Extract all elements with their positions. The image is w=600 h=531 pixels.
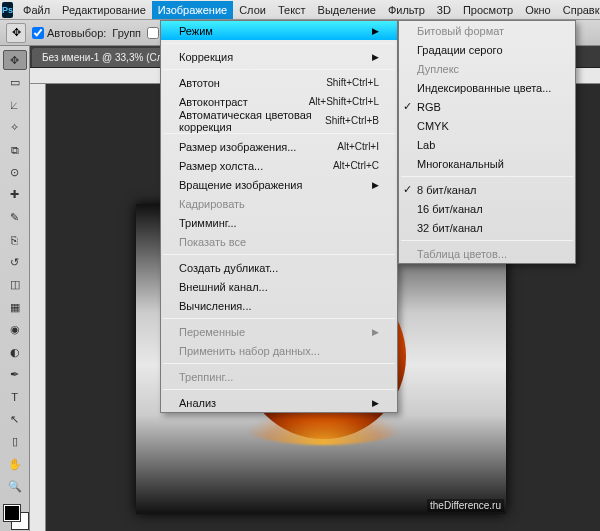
tool-pen[interactable]: ✒: [3, 364, 27, 384]
menu-item-shortcut: Alt+Ctrl+C: [333, 160, 379, 171]
menu-item-label: Автотон: [179, 77, 220, 89]
menu-edit[interactable]: Редактирование: [56, 1, 152, 19]
menu-help[interactable]: Справка: [557, 1, 600, 19]
menu-separator: [401, 240, 573, 241]
menu-separator: [163, 318, 395, 319]
tool-brush[interactable]: ✎: [3, 207, 27, 227]
tool-gradient[interactable]: ▦: [3, 297, 27, 317]
tool-type[interactable]: T: [3, 387, 27, 407]
menu-item-label: Создать дубликат...: [179, 262, 278, 274]
mode-submenu-item[interactable]: Многоканальный: [399, 154, 575, 173]
tool-zoom[interactable]: 🔍: [3, 477, 27, 497]
mode-submenu-item[interactable]: CMYK: [399, 116, 575, 135]
auto-select-input[interactable]: [32, 27, 44, 39]
menu-item-label: Показать все: [179, 236, 246, 248]
image-menu-item: Переменные▶: [161, 322, 397, 341]
menu-layers[interactable]: Слои: [233, 1, 272, 19]
auto-select-checkbox[interactable]: Автовыбор:: [32, 27, 106, 39]
menu-item-label: CMYK: [417, 120, 449, 132]
menu-separator: [163, 133, 395, 134]
image-menu-item[interactable]: Коррекция▶: [161, 47, 397, 66]
tool-history-brush[interactable]: ↺: [3, 252, 27, 272]
menu-item-label: Автоматическая цветовая коррекция: [179, 109, 325, 133]
image-menu-item[interactable]: Вычисления...: [161, 296, 397, 315]
menu-item-label: Размер холста...: [179, 160, 263, 172]
mode-submenu-item[interactable]: 8 бит/канал: [399, 180, 575, 199]
menu-item-label: Применить набор данных...: [179, 345, 320, 357]
menu-image[interactable]: Изображение: [152, 1, 233, 19]
tool-blur[interactable]: ◉: [3, 319, 27, 339]
image-menu-item: Показать все: [161, 232, 397, 251]
menu-text[interactable]: Текст: [272, 1, 312, 19]
tool-stamp[interactable]: ⎘: [3, 230, 27, 250]
mode-submenu-item[interactable]: RGB: [399, 97, 575, 116]
show-transform-input[interactable]: [147, 27, 159, 39]
tool-lasso[interactable]: ⟀: [3, 95, 27, 115]
menubar: Ps Файл Редактирование Изображение Слои …: [0, 0, 600, 20]
menu-separator: [163, 254, 395, 255]
menu-item-label: Треппинг...: [179, 371, 233, 383]
menu-item-label: Автоконтраст: [179, 96, 248, 108]
mode-submenu-item[interactable]: Lab: [399, 135, 575, 154]
image-menu-item[interactable]: Размер холста...Alt+Ctrl+C: [161, 156, 397, 175]
tool-eraser[interactable]: ◫: [3, 275, 27, 295]
menu-select[interactable]: Выделение: [312, 1, 382, 19]
mode-submenu-item[interactable]: Градации серого: [399, 40, 575, 59]
submenu-arrow-icon: ▶: [372, 26, 379, 36]
toolbox: ✥ ▭ ⟀ ✧ ⧉ ⊙ ✚ ✎ ⎘ ↺ ◫ ▦ ◉ ◐ ✒ T ↖ ▯ ✋ 🔍: [0, 46, 30, 531]
menu-file[interactable]: Файл: [17, 1, 56, 19]
image-menu-item: Треппинг...: [161, 367, 397, 386]
menu-3d[interactable]: 3D: [431, 1, 457, 19]
image-menu-item[interactable]: Внешний канал...: [161, 277, 397, 296]
tool-shape[interactable]: ▯: [3, 432, 27, 452]
tool-marquee[interactable]: ▭: [3, 72, 27, 92]
image-menu-item[interactable]: Создать дубликат...: [161, 258, 397, 277]
foreground-color-swatch[interactable]: [4, 505, 20, 521]
group-dropdown-label[interactable]: Групп: [112, 27, 141, 39]
menu-item-label: Таблица цветов...: [417, 248, 507, 260]
image-menu-item[interactable]: Анализ▶: [161, 393, 397, 412]
image-menu-item[interactable]: Режим▶: [161, 21, 397, 40]
tool-heal[interactable]: ✚: [3, 185, 27, 205]
tool-path[interactable]: ↖: [3, 409, 27, 429]
image-menu-item[interactable]: Автоматическая цветовая коррекцияShift+C…: [161, 111, 397, 130]
menu-separator: [401, 176, 573, 177]
menu-item-label: Дуплекс: [417, 63, 459, 75]
image-menu-item[interactable]: АвтотонShift+Ctrl+L: [161, 73, 397, 92]
menu-separator: [163, 389, 395, 390]
mode-submenu-item[interactable]: 16 бит/канал: [399, 199, 575, 218]
menu-item-shortcut: Shift+Ctrl+B: [325, 115, 379, 126]
tool-dodge[interactable]: ◐: [3, 342, 27, 362]
image-menu-dropdown: Режим▶Коррекция▶АвтотонShift+Ctrl+LАвток…: [160, 20, 398, 413]
tool-wand[interactable]: ✧: [3, 117, 27, 137]
tool-eyedropper[interactable]: ⊙: [3, 162, 27, 182]
menu-item-shortcut: Shift+Ctrl+L: [326, 77, 379, 88]
image-menu-item: Кадрировать: [161, 194, 397, 213]
menu-item-label: Битовый формат: [417, 25, 504, 37]
tool-hand[interactable]: ✋: [3, 454, 27, 474]
menu-item-label: Кадрировать: [179, 198, 245, 210]
menu-separator: [163, 363, 395, 364]
menu-view[interactable]: Просмотр: [457, 1, 519, 19]
image-menu-item[interactable]: Размер изображения...Alt+Ctrl+I: [161, 137, 397, 156]
menu-filter[interactable]: Фильтр: [382, 1, 431, 19]
mode-submenu-item: Дуплекс: [399, 59, 575, 78]
mode-submenu-item[interactable]: 32 бит/канал: [399, 218, 575, 237]
menu-item-label: Вращение изображения: [179, 179, 302, 191]
color-swatches[interactable]: [2, 505, 28, 531]
tool-move[interactable]: ✥: [3, 50, 27, 70]
menu-item-shortcut: Alt+Ctrl+I: [337, 141, 379, 152]
menu-item-label: Градации серого: [417, 44, 503, 56]
menu-item-label: Многоканальный: [417, 158, 504, 170]
image-menu-item[interactable]: Вращение изображения▶: [161, 175, 397, 194]
menu-window[interactable]: Окно: [519, 1, 557, 19]
photoshop-icon: Ps: [2, 2, 13, 18]
menu-item-label: Переменные: [179, 326, 245, 338]
document-tab[interactable]: Без имени-1 @ 33,3% (Сло: [32, 48, 178, 67]
menu-item-label: 32 бит/канал: [417, 222, 483, 234]
image-menu-item[interactable]: Тримминг...: [161, 213, 397, 232]
menu-item-label: RGB: [417, 101, 441, 113]
tool-crop[interactable]: ⧉: [3, 140, 27, 160]
mode-submenu-item[interactable]: Индексированные цвета...: [399, 78, 575, 97]
menu-item-label: Вычисления...: [179, 300, 252, 312]
